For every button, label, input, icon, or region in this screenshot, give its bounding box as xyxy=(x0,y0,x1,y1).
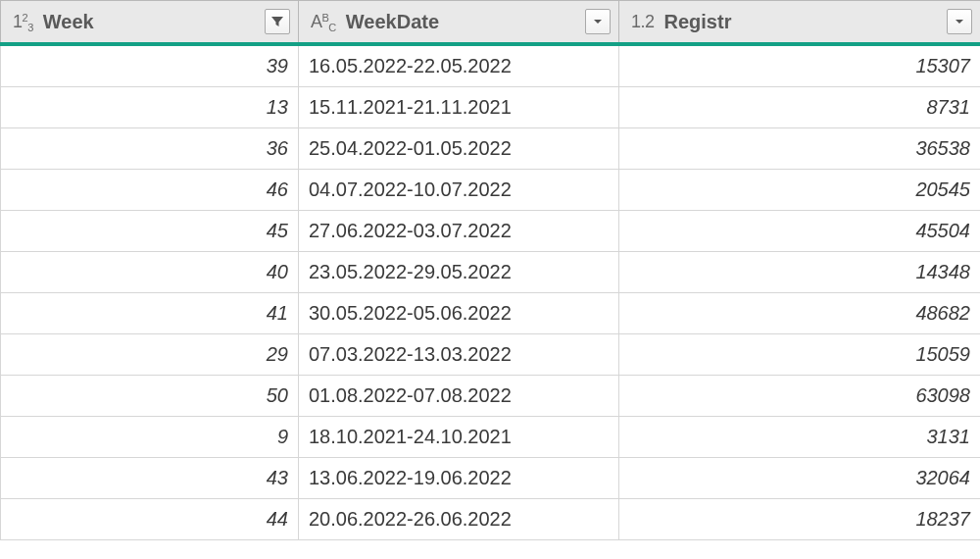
cell-registr[interactable]: 20545 xyxy=(619,170,980,210)
cell-week[interactable]: 50 xyxy=(0,376,299,416)
cell-week[interactable]: 9 xyxy=(0,417,299,457)
cell-week[interactable]: 43 xyxy=(0,458,299,498)
cell-registr[interactable]: 3131 xyxy=(619,417,980,457)
table-row[interactable]: 4527.06.2022-03.07.202245504 xyxy=(0,211,980,252)
cell-week[interactable]: 44 xyxy=(0,499,299,539)
cell-registr[interactable]: 36538 xyxy=(619,128,980,169)
table-row[interactable]: 4420.06.2022-26.06.202218237 xyxy=(0,499,980,540)
cell-week[interactable]: 39 xyxy=(0,46,299,86)
cell-weekdate[interactable]: 07.03.2022-13.03.2022 xyxy=(299,334,619,375)
table-row[interactable]: 4130.05.2022-05.06.202248682 xyxy=(0,293,980,334)
text-icon: ABC xyxy=(311,12,336,32)
cell-weekdate[interactable]: 15.11.2021-21.11.2021 xyxy=(299,87,619,127)
data-rows: 3916.05.2022-22.05.2022153071315.11.2021… xyxy=(0,46,980,540)
cell-weekdate[interactable]: 18.10.2021-24.10.2021 xyxy=(299,417,619,457)
cell-weekdate[interactable]: 25.04.2022-01.05.2022 xyxy=(299,128,619,169)
cell-week[interactable]: 13 xyxy=(0,87,299,127)
table-row[interactable]: 5001.08.2022-07.08.202263098 xyxy=(0,376,980,417)
int-icon: 123 xyxy=(13,12,33,32)
table-row[interactable]: 4604.07.2022-10.07.202220545 xyxy=(0,170,980,211)
cell-weekdate[interactable]: 27.06.2022-03.07.2022 xyxy=(299,211,619,251)
column-header-label: WeekDate xyxy=(346,11,579,33)
cell-registr[interactable]: 15059 xyxy=(619,334,980,375)
cell-weekdate[interactable]: 13.06.2022-19.06.2022 xyxy=(299,458,619,498)
table-row[interactable]: 1315.11.2021-21.11.20218731 xyxy=(0,87,980,128)
table-row[interactable]: 3916.05.2022-22.05.202215307 xyxy=(0,46,980,87)
dropdown-icon[interactable] xyxy=(947,9,972,34)
cell-week[interactable]: 36 xyxy=(0,128,299,169)
table-row[interactable]: 2907.03.2022-13.03.202215059 xyxy=(0,334,980,376)
table-row[interactable]: 918.10.2021-24.10.20213131 xyxy=(0,417,980,458)
data-grid: 123 Week ABC WeekDate 1.2 Registr xyxy=(0,0,980,540)
cell-weekdate[interactable]: 30.05.2022-05.06.2022 xyxy=(299,293,619,333)
column-header-label: Registr xyxy=(664,11,941,33)
column-header-registr[interactable]: 1.2 Registr xyxy=(619,1,980,42)
filter-applied-icon[interactable] xyxy=(265,9,290,34)
table-row[interactable]: 4313.06.2022-19.06.202232064 xyxy=(0,458,980,499)
cell-registr[interactable]: 14348 xyxy=(619,252,980,292)
cell-registr[interactable]: 15307 xyxy=(619,46,980,86)
cell-week[interactable]: 41 xyxy=(0,293,299,333)
cell-weekdate[interactable]: 04.07.2022-10.07.2022 xyxy=(299,170,619,210)
cell-week[interactable]: 45 xyxy=(0,211,299,251)
cell-registr[interactable]: 8731 xyxy=(619,87,980,127)
cell-registr[interactable]: 18237 xyxy=(619,499,980,539)
cell-week[interactable]: 46 xyxy=(0,170,299,210)
column-header-row: 123 Week ABC WeekDate 1.2 Registr xyxy=(0,1,980,46)
cell-weekdate[interactable]: 16.05.2022-22.05.2022 xyxy=(299,46,619,86)
cell-weekdate[interactable]: 20.06.2022-26.06.2022 xyxy=(299,499,619,539)
decimal-icon: 1.2 xyxy=(631,12,655,32)
cell-week[interactable]: 40 xyxy=(0,252,299,292)
cell-registr[interactable]: 32064 xyxy=(619,458,980,498)
dropdown-icon[interactable] xyxy=(585,9,611,34)
column-header-weekdate[interactable]: ABC WeekDate xyxy=(299,1,619,42)
cell-week[interactable]: 29 xyxy=(0,334,299,375)
cell-weekdate[interactable]: 23.05.2022-29.05.2022 xyxy=(299,252,619,292)
cell-registr[interactable]: 63098 xyxy=(619,376,980,416)
table-row[interactable]: 3625.04.2022-01.05.202236538 xyxy=(0,128,980,170)
cell-registr[interactable]: 48682 xyxy=(619,293,980,333)
column-header-label: Week xyxy=(43,11,259,33)
column-header-week[interactable]: 123 Week xyxy=(0,1,299,42)
cell-weekdate[interactable]: 01.08.2022-07.08.2022 xyxy=(299,376,619,416)
cell-registr[interactable]: 45504 xyxy=(619,211,980,251)
table-row[interactable]: 4023.05.2022-29.05.202214348 xyxy=(0,252,980,293)
